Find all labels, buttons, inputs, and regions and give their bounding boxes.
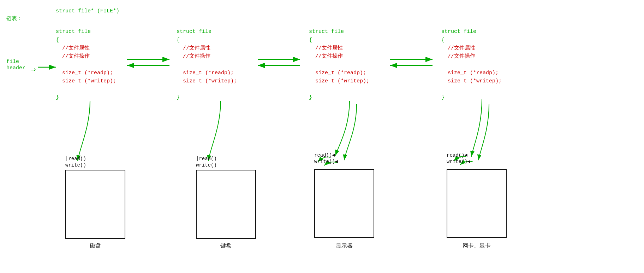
monitor-read-label: read()◄ write()◄ <box>314 152 338 165</box>
disk-read-label: |read() write() <box>65 156 86 168</box>
file-header-arrow: ⇒ <box>31 65 36 74</box>
netcard-box <box>447 169 507 238</box>
keyboard-read-label: |read() write() <box>196 156 217 168</box>
monitor-label: 显示器 <box>314 242 374 250</box>
disk-box <box>65 170 125 239</box>
netcard-label: 网卡、显卡 <box>438 242 515 250</box>
file-header-label: file header <box>6 58 25 71</box>
main-canvas: 链表： file header ⇒ struct file* (FILE*) s… <box>0 0 644 273</box>
block2-code: struct file { //文件属性 //文件操作 size_t (*rea… <box>177 19 237 110</box>
block3-code: struct file { //文件属性 //文件操作 size_t (*rea… <box>309 19 369 110</box>
monitor-box <box>314 169 374 238</box>
block1-code: struct file { //文件属性 //文件操作 size_t (*rea… <box>56 19 116 110</box>
keyboard-label: 键盘 <box>196 242 256 250</box>
disk-label: 磁盘 <box>65 242 125 250</box>
linked-list-label: 链表： <box>6 15 22 23</box>
block1-top-comment: struct file* (FILE*) <box>56 8 119 14</box>
netcard-read-label: read()◄ write()◄ <box>447 152 470 165</box>
block4-code: struct file { //文件属性 //文件操作 size_t (*rea… <box>441 19 502 110</box>
keyboard-box <box>196 170 256 239</box>
